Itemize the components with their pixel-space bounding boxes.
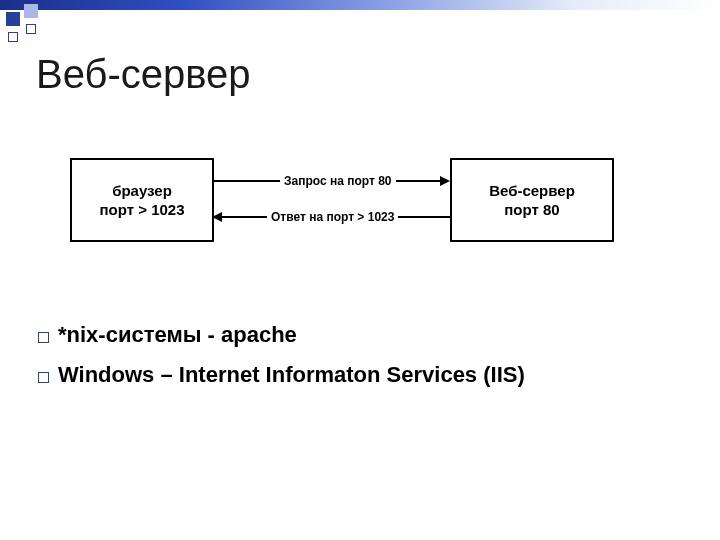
- top-decoration: [0, 0, 720, 26]
- bullet-icon: [38, 372, 49, 383]
- gradient-bar: [0, 0, 720, 10]
- slide: Веб-сервер браузер порт > 1023 Веб-серве…: [0, 0, 720, 540]
- request-arrow-head-icon: [440, 176, 450, 186]
- square-icon: [24, 4, 38, 18]
- box-line: браузер: [112, 181, 172, 201]
- browser-box: браузер порт > 1023: [70, 158, 214, 242]
- box-line: Веб-сервер: [489, 181, 575, 201]
- box-line: порт > 1023: [100, 200, 185, 220]
- request-arrow-label: Запрос на порт 80: [280, 174, 396, 188]
- response-arrow-label: Ответ на порт > 1023: [267, 210, 398, 224]
- webserver-box: Веб-сервер порт 80: [450, 158, 614, 242]
- page-title: Веб-сервер: [36, 52, 251, 97]
- square-icon: [6, 12, 20, 26]
- response-arrow-head-icon: [212, 212, 222, 222]
- square-outline-icon: [8, 32, 18, 42]
- diagram: браузер порт > 1023 Веб-сервер порт 80 З…: [70, 150, 650, 280]
- bullet-icon: [38, 332, 49, 343]
- bullet-line: *nix-системы - apache: [58, 322, 297, 348]
- box-line: порт 80: [504, 200, 559, 220]
- bullet-line: Windows – Internet Informaton Services (…: [58, 362, 525, 388]
- square-outline-icon: [26, 24, 36, 34]
